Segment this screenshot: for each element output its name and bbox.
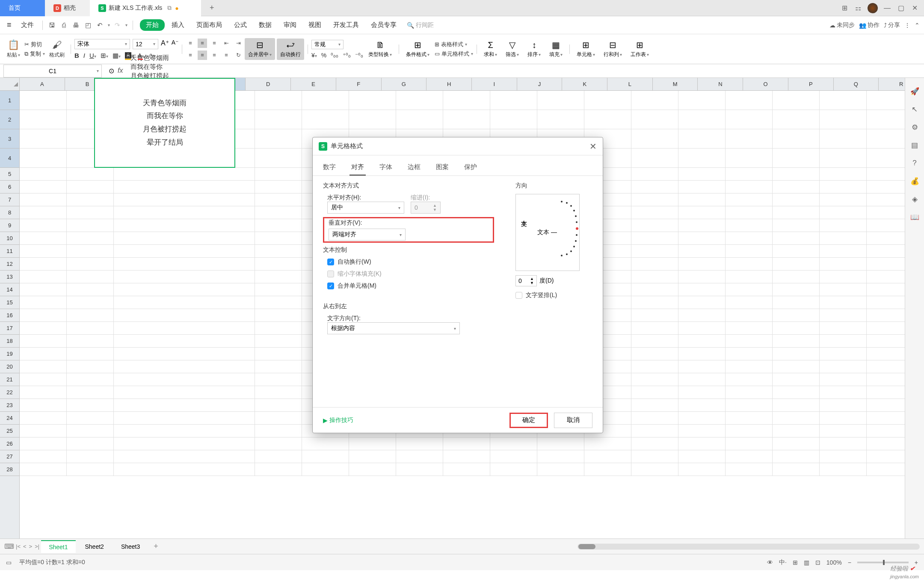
dlg-tab-protect[interactable]: 保护 <box>462 160 479 176</box>
row-header[interactable]: 19 <box>0 348 19 360</box>
row-header[interactable]: 5 <box>0 168 19 181</box>
dlg-tab-border[interactable]: 边框 <box>406 160 422 176</box>
merged-cell-c1[interactable]: 天青色等烟雨 而我在等你 月色被打捞起 晕开了结局 <box>94 78 235 168</box>
row-header[interactable]: 23 <box>0 399 19 412</box>
zoom-to-cell-icon[interactable]: ⊙ <box>109 67 114 75</box>
align-bottom-icon[interactable]: ≡ <box>210 39 219 48</box>
apps-icon[interactable]: ⚏ <box>854 4 862 12</box>
grid-view-icon[interactable]: ⊞ <box>840 4 849 12</box>
sliders-icon[interactable]: ⚙ <box>910 122 919 132</box>
maximize-icon[interactable]: ▢ <box>897 4 905 12</box>
border-icon[interactable]: ⊞▾ <box>101 52 108 59</box>
undo-dd[interactable]: ▾ <box>108 23 110 27</box>
cursor-icon[interactable]: ↖ <box>910 104 919 114</box>
close-icon[interactable]: ✕ <box>910 4 919 12</box>
sheet-tab-2[interactable]: Sheet2 <box>77 541 112 553</box>
tips-link[interactable]: ▶操作技巧 <box>323 416 353 424</box>
view-normal-icon[interactable]: ⊞ <box>793 559 798 566</box>
row-header[interactable]: 17 <box>0 322 19 335</box>
paste-group[interactable]: 📋粘贴▾ <box>4 39 23 59</box>
percent-icon[interactable]: % <box>321 52 326 59</box>
row-header[interactable]: 22 <box>0 386 19 399</box>
col-header-m[interactable]: M <box>653 78 698 90</box>
help-icon[interactable]: ? <box>910 158 919 168</box>
col-header-p[interactable]: P <box>788 78 834 90</box>
col-header-e[interactable]: E <box>291 78 336 90</box>
save-as-icon[interactable]: ⎙ <box>60 21 68 30</box>
status-icon[interactable]: ▭ <box>6 559 12 566</box>
file-menu[interactable]: 文件 <box>18 21 37 29</box>
col-header-l[interactable]: L <box>607 78 653 90</box>
row-header[interactable]: 13 <box>0 271 19 283</box>
sheet-tab-3[interactable]: Sheet3 <box>113 541 148 553</box>
row-header[interactable]: 10 <box>0 232 19 245</box>
cash-icon[interactable]: 💰 <box>910 176 919 186</box>
row-header[interactable]: 28 <box>0 463 19 476</box>
dlg-tab-number[interactable]: 数字 <box>321 160 338 176</box>
row-header[interactable]: 21 <box>0 373 19 386</box>
row-header[interactable]: 18 <box>0 335 19 348</box>
row-header-1[interactable]: 1 <box>0 91 19 110</box>
redo-dd[interactable]: ▾ <box>125 23 127 27</box>
row-header[interactable]: 16 <box>0 309 19 322</box>
sheet-tab-1[interactable]: Sheet1 <box>41 540 75 553</box>
type-convert-button[interactable]: 🗎类型转换▾ <box>365 40 395 58</box>
tab-docer[interactable]: D稻壳 <box>45 0 90 16</box>
align-left-icon[interactable]: ≡ <box>186 51 195 60</box>
menu-tab-view[interactable]: 视图 <box>303 19 326 31</box>
row-header[interactable]: 27 <box>0 450 19 463</box>
increase-decimal-icon[interactable]: ⁺⁰₀ <box>343 52 351 59</box>
row-header[interactable]: 26 <box>0 437 19 450</box>
col-header-i[interactable]: I <box>472 78 517 90</box>
menu-tab-start[interactable]: 开始 <box>140 19 165 31</box>
new-tab-button[interactable]: + <box>201 0 218 16</box>
col-header-n[interactable]: N <box>698 78 743 90</box>
row-header[interactable]: 9 <box>0 219 19 232</box>
select-all-corner[interactable] <box>0 78 19 91</box>
underline-icon[interactable]: U▾ <box>89 52 96 59</box>
horizontal-scrollbar[interactable] <box>578 544 920 550</box>
cancel-button[interactable]: 取消 <box>554 413 592 428</box>
dlg-tab-pattern[interactable]: 图案 <box>434 160 450 176</box>
menu-tab-formula[interactable]: 公式 <box>229 19 252 31</box>
tab-home[interactable]: 首页 <box>0 0 45 16</box>
decrease-indent-icon[interactable]: ⇤ <box>222 39 231 48</box>
menu-tab-data[interactable]: 数据 <box>254 19 277 31</box>
orientation-preview[interactable]: 文本 文本 — <box>515 194 580 271</box>
align-right-icon[interactable]: ≡ <box>210 51 219 60</box>
row-header[interactable]: 6 <box>0 181 19 193</box>
fx-icon[interactable]: fx <box>118 67 123 75</box>
row-header-3[interactable]: 3 <box>0 129 19 149</box>
avatar[interactable] <box>868 3 878 13</box>
number-format-select[interactable]: 常规▾ <box>311 40 344 49</box>
dlg-tab-align[interactable]: 对齐 <box>349 160 366 176</box>
orientation-icon[interactable]: ↻ <box>234 51 243 60</box>
format-painter[interactable]: 🖌格式刷 <box>47 39 67 59</box>
col-header-d[interactable]: D <box>246 78 291 90</box>
align-center-icon[interactable]: ≡ <box>198 51 207 60</box>
menu-tab-layout[interactable]: 页面布局 <box>191 19 227 31</box>
wrap-text-button[interactable]: ⮐自动换行 <box>277 39 304 60</box>
wrap-checkbox-row[interactable]: ✓自动换行(W) <box>323 258 494 266</box>
row-header[interactable]: 7 <box>0 193 19 206</box>
row-header-4[interactable]: 4 <box>0 149 19 168</box>
print-icon[interactable]: 🖶 <box>72 21 80 30</box>
increase-indent-icon[interactable]: ⇥ <box>234 39 243 48</box>
font-name-select[interactable]: 宋体▾ <box>74 39 130 49</box>
row-header[interactable]: 14 <box>0 283 19 296</box>
view-break-icon[interactable]: ⊡ <box>815 559 820 566</box>
add-sheet-icon[interactable]: + <box>149 542 163 551</box>
nav-next-icon[interactable]: > <box>29 543 33 550</box>
save-icon[interactable]: 🖫 <box>48 21 56 30</box>
row-header[interactable]: 24 <box>0 412 19 425</box>
location-icon[interactable]: ◈ <box>910 194 919 204</box>
text-dir-select[interactable]: 根据内容▾ <box>327 322 460 334</box>
menu-tab-dev[interactable]: 开发工具 <box>328 19 364 31</box>
currency-icon[interactable]: ¥▾ <box>311 52 317 59</box>
nav-first-icon[interactable]: |< <box>16 543 21 550</box>
share-button[interactable]: ⤴分享 <box>884 21 900 29</box>
tab-file[interactable]: S新建 XLS 工作表.xls⧉● <box>90 0 201 16</box>
cell-style-button[interactable]: ▭单元格样式▾ <box>435 50 473 58</box>
cond-format-button[interactable]: ⊞条件格式▾ <box>403 40 433 58</box>
v-align-select[interactable]: 两端对齐▾ <box>329 229 406 241</box>
